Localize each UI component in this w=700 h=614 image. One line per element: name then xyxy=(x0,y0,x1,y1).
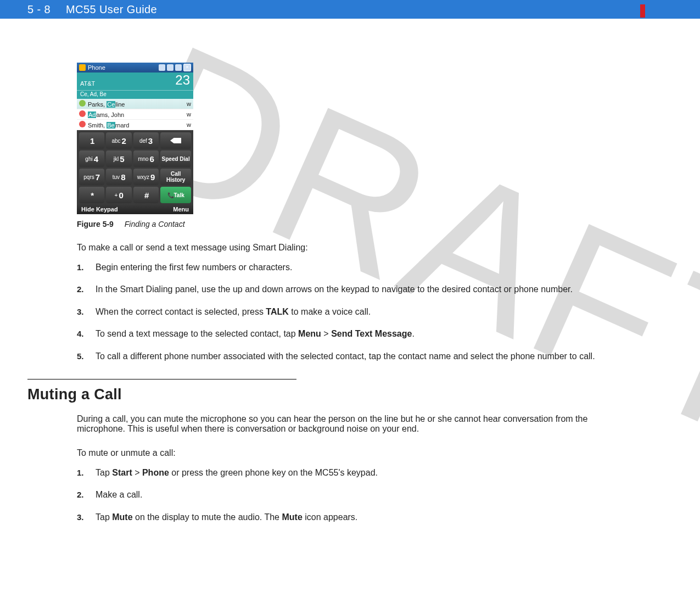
keypad: 1 abc2 def3 ghi4 jkl5 mno6 Speed Dial pq… xyxy=(77,130,193,204)
key-call-history[interactable]: Call History xyxy=(160,169,191,185)
softkey-right[interactable]: Menu xyxy=(173,206,189,213)
key-6[interactable]: mno6 xyxy=(133,150,159,167)
page-number: 5 - 8 xyxy=(27,3,51,16)
step-item: 3.Tap Mute on the display to mute the au… xyxy=(77,511,623,523)
key-backspace[interactable] xyxy=(160,132,191,149)
sync-icon xyxy=(159,64,165,71)
key-3[interactable]: def3 xyxy=(133,132,159,149)
app-title: Phone xyxy=(88,64,105,71)
steps-list-2: 1.Tap Start > Phone or press the green p… xyxy=(77,467,623,523)
contact-row[interactable]: Parks, Celine w xyxy=(77,99,193,109)
contact-row[interactable]: Smith, Bernard w xyxy=(77,120,193,130)
screenshot-titlebar: Phone × xyxy=(77,63,193,72)
softkey-bar: Hide Keypad Menu xyxy=(77,204,193,214)
key-talk[interactable]: 📞 Talk xyxy=(160,187,191,203)
figure-screenshot: Phone × AT&T 23 Ce, Ad, Be Parks, Celine… xyxy=(77,63,193,214)
key-8[interactable]: tuv8 xyxy=(106,169,131,185)
steps-list-1: 1.Begin entering the first few numbers o… xyxy=(77,261,623,362)
step-item: 1.Begin entering the first few numbers o… xyxy=(77,261,623,273)
contact-row[interactable]: Adams, John w xyxy=(77,109,193,120)
step-item: 4.To send a text message to the selected… xyxy=(77,328,623,340)
key-speed-dial[interactable]: Speed Dial xyxy=(160,150,191,167)
contact-icon xyxy=(79,100,86,107)
key-1[interactable]: 1 xyxy=(79,132,104,149)
key-hash[interactable]: # xyxy=(133,187,159,203)
key-7[interactable]: pqrs7 xyxy=(79,169,104,185)
contact-list: Parks, Celine w Adams, John w Smith, Ber… xyxy=(77,99,193,130)
section-rule xyxy=(27,379,296,379)
figure-label: Figure 5-9 xyxy=(77,220,114,228)
contact-icon xyxy=(79,110,86,117)
step-item: 2.In the Smart Dialing panel, use the up… xyxy=(77,283,623,295)
step-item: 3.When the correct contact is selected, … xyxy=(77,306,623,318)
contact-icon xyxy=(79,121,86,127)
step-item: 2.Make a call. xyxy=(77,489,623,501)
carrier-label: AT&T xyxy=(80,80,95,87)
key-star[interactable]: * xyxy=(79,187,104,203)
start-icon[interactable] xyxy=(79,64,86,71)
volume-icon xyxy=(175,64,182,71)
figure-title: Finding a Contact xyxy=(125,220,185,228)
key-4[interactable]: ghi4 xyxy=(79,150,104,167)
carrier-bar: AT&T 23 xyxy=(77,72,193,90)
intro-paragraph: To make a call or send a text message us… xyxy=(77,243,623,253)
page-header: 5 - 8 MC55 User Guide xyxy=(0,0,700,19)
dialed-number: 23 xyxy=(175,74,190,87)
key-9[interactable]: wxyz9 xyxy=(133,169,159,185)
section-paragraph: To mute or unmute a call: xyxy=(77,448,623,458)
change-bar-icon xyxy=(640,4,645,18)
close-icon[interactable]: × xyxy=(183,64,191,71)
figure-caption: Figure 5-9 Finding a Contact xyxy=(77,220,623,228)
softkey-left[interactable]: Hide Keypad xyxy=(81,206,118,213)
doc-title: MC55 User Guide xyxy=(66,3,157,16)
key-0[interactable]: +0 xyxy=(106,187,131,203)
key-2[interactable]: abc2 xyxy=(106,132,131,149)
step-item: 1.Tap Start > Phone or press the green p… xyxy=(77,467,623,479)
filter-text: Ce, Ad, Be xyxy=(77,90,193,99)
section-paragraph: During a call, you can mute the micropho… xyxy=(77,414,623,434)
step-item: 5.To call a different phone number assoc… xyxy=(77,350,623,362)
section-heading: Muting a Call xyxy=(27,386,623,403)
key-5[interactable]: jkl5 xyxy=(106,150,131,167)
signal-icon xyxy=(167,64,173,71)
